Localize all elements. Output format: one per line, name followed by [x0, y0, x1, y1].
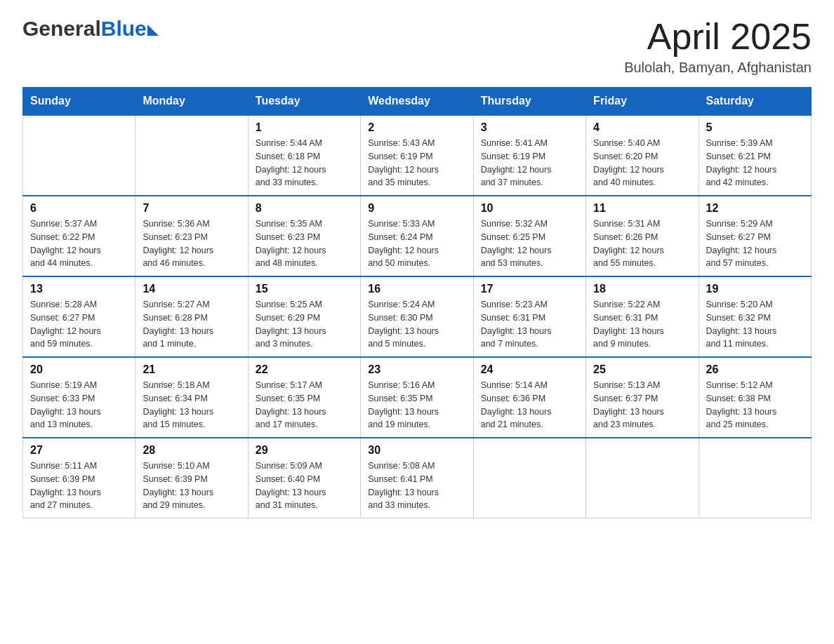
day-number: 22 — [256, 363, 353, 376]
day-number: 23 — [368, 363, 465, 376]
calendar-cell — [23, 115, 135, 196]
calendar-cell: 1Sunrise: 5:44 AMSunset: 6:18 PMDaylight… — [248, 115, 360, 196]
calendar-week-4: 20Sunrise: 5:19 AMSunset: 6:33 PMDayligh… — [23, 357, 812, 438]
day-info: Sunrise: 5:22 AMSunset: 6:31 PMDaylight:… — [593, 298, 691, 351]
day-number: 16 — [368, 283, 465, 295]
calendar-week-3: 13Sunrise: 5:28 AMSunset: 6:27 PMDayligh… — [23, 276, 812, 357]
calendar-cell: 18Sunrise: 5:22 AMSunset: 6:31 PMDayligh… — [586, 276, 699, 357]
day-info: Sunrise: 5:37 AMSunset: 6:22 PMDaylight:… — [30, 217, 128, 270]
day-info: Sunrise: 5:24 AMSunset: 6:30 PMDaylight:… — [368, 298, 465, 351]
calendar-cell: 7Sunrise: 5:36 AMSunset: 6:23 PMDaylight… — [135, 196, 248, 276]
header-row: Sunday Monday Tuesday Wednesday Thursday… — [23, 88, 812, 116]
calendar-subtitle: Bulolah, Bamyan, Afghanistan — [624, 60, 812, 76]
day-info: Sunrise: 5:27 AMSunset: 6:28 PMDaylight:… — [143, 298, 240, 351]
day-info: Sunrise: 5:40 AMSunset: 6:20 PMDaylight:… — [593, 137, 691, 189]
calendar-cell: 29Sunrise: 5:09 AMSunset: 6:40 PMDayligh… — [248, 438, 360, 518]
calendar-week-1: 1Sunrise: 5:44 AMSunset: 6:18 PMDaylight… — [23, 115, 812, 196]
col-sunday: Sunday — [23, 88, 135, 116]
day-number: 3 — [481, 121, 578, 134]
day-number: 13 — [30, 283, 128, 295]
day-info: Sunrise: 5:14 AMSunset: 6:36 PMDaylight:… — [481, 379, 578, 431]
calendar-cell: 25Sunrise: 5:13 AMSunset: 6:37 PMDayligh… — [586, 357, 699, 438]
day-number: 8 — [256, 202, 353, 215]
day-info: Sunrise: 5:43 AMSunset: 6:19 PMDaylight:… — [368, 137, 465, 189]
day-info: Sunrise: 5:11 AMSunset: 6:39 PMDaylight:… — [30, 459, 128, 512]
calendar-cell: 27Sunrise: 5:11 AMSunset: 6:39 PMDayligh… — [23, 438, 135, 518]
day-info: Sunrise: 5:09 AMSunset: 6:40 PMDaylight:… — [256, 459, 353, 512]
day-info: Sunrise: 5:25 AMSunset: 6:29 PMDaylight:… — [256, 298, 353, 351]
day-info: Sunrise: 5:28 AMSunset: 6:27 PMDaylight:… — [30, 298, 128, 351]
calendar-cell: 14Sunrise: 5:27 AMSunset: 6:28 PMDayligh… — [135, 276, 248, 357]
calendar-cell: 30Sunrise: 5:08 AMSunset: 6:41 PMDayligh… — [361, 438, 473, 518]
calendar-cell: 5Sunrise: 5:39 AMSunset: 6:21 PMDaylight… — [699, 115, 811, 196]
calendar-cell: 6Sunrise: 5:37 AMSunset: 6:22 PMDaylight… — [23, 196, 135, 276]
logo-blue-text: Blue — [101, 17, 147, 41]
day-number: 24 — [481, 363, 578, 376]
day-info: Sunrise: 5:39 AMSunset: 6:21 PMDaylight:… — [706, 137, 804, 189]
day-info: Sunrise: 5:29 AMSunset: 6:27 PMDaylight:… — [706, 217, 804, 270]
day-number: 21 — [143, 363, 240, 376]
calendar-cell: 24Sunrise: 5:14 AMSunset: 6:36 PMDayligh… — [473, 357, 585, 438]
day-number: 4 — [593, 121, 691, 134]
day-info: Sunrise: 5:19 AMSunset: 6:33 PMDaylight:… — [30, 379, 128, 431]
logo-general-text: General — [22, 17, 101, 41]
day-info: Sunrise: 5:32 AMSunset: 6:25 PMDaylight:… — [481, 217, 578, 270]
day-number: 20 — [30, 363, 128, 376]
day-number: 2 — [368, 121, 465, 134]
calendar-cell: 16Sunrise: 5:24 AMSunset: 6:30 PMDayligh… — [361, 276, 473, 357]
calendar-cell — [473, 438, 585, 518]
calendar-cell: 9Sunrise: 5:33 AMSunset: 6:24 PMDaylight… — [361, 196, 473, 276]
day-number: 18 — [593, 283, 691, 295]
day-info: Sunrise: 5:41 AMSunset: 6:19 PMDaylight:… — [481, 137, 578, 189]
calendar-cell: 10Sunrise: 5:32 AMSunset: 6:25 PMDayligh… — [473, 196, 585, 276]
calendar-cell: 8Sunrise: 5:35 AMSunset: 6:23 PMDaylight… — [248, 196, 360, 276]
day-info: Sunrise: 5:12 AMSunset: 6:38 PMDaylight:… — [706, 379, 804, 431]
day-info: Sunrise: 5:16 AMSunset: 6:35 PMDaylight:… — [368, 379, 465, 431]
day-info: Sunrise: 5:36 AMSunset: 6:23 PMDaylight:… — [143, 217, 240, 270]
day-info: Sunrise: 5:08 AMSunset: 6:41 PMDaylight:… — [368, 459, 465, 512]
day-info: Sunrise: 5:10 AMSunset: 6:39 PMDaylight:… — [143, 459, 240, 512]
page-header: General Blue April 2025 Bulolah, Bamyan,… — [22, 17, 812, 76]
day-info: Sunrise: 5:23 AMSunset: 6:31 PMDaylight:… — [481, 298, 578, 351]
day-number: 6 — [30, 202, 128, 215]
day-info: Sunrise: 5:35 AMSunset: 6:23 PMDaylight:… — [256, 217, 353, 270]
calendar-table: Sunday Monday Tuesday Wednesday Thursday… — [22, 87, 812, 518]
day-number: 11 — [593, 202, 691, 215]
calendar-cell: 21Sunrise: 5:18 AMSunset: 6:34 PMDayligh… — [135, 357, 248, 438]
day-number: 12 — [706, 202, 804, 215]
calendar-cell: 12Sunrise: 5:29 AMSunset: 6:27 PMDayligh… — [699, 196, 811, 276]
day-number: 27 — [30, 444, 128, 457]
day-number: 17 — [481, 283, 578, 295]
day-number: 5 — [706, 121, 804, 134]
title-block: April 2025 Bulolah, Bamyan, Afghanistan — [624, 17, 812, 76]
col-tuesday: Tuesday — [248, 88, 360, 116]
day-number: 28 — [143, 444, 240, 457]
calendar-cell: 4Sunrise: 5:40 AMSunset: 6:20 PMDaylight… — [586, 115, 699, 196]
day-number: 14 — [143, 283, 240, 295]
calendar-cell: 20Sunrise: 5:19 AMSunset: 6:33 PMDayligh… — [23, 357, 135, 438]
day-number: 26 — [706, 363, 804, 376]
calendar-title: April 2025 — [624, 17, 812, 57]
logo: General Blue — [22, 17, 159, 41]
day-number: 29 — [256, 444, 353, 457]
day-number: 7 — [143, 202, 240, 215]
day-info: Sunrise: 5:44 AMSunset: 6:18 PMDaylight:… — [256, 137, 353, 189]
calendar-cell: 17Sunrise: 5:23 AMSunset: 6:31 PMDayligh… — [473, 276, 585, 357]
col-saturday: Saturday — [699, 88, 811, 116]
day-info: Sunrise: 5:17 AMSunset: 6:35 PMDaylight:… — [256, 379, 353, 431]
calendar-week-2: 6Sunrise: 5:37 AMSunset: 6:22 PMDaylight… — [23, 196, 812, 276]
calendar-body: 1Sunrise: 5:44 AMSunset: 6:18 PMDaylight… — [23, 115, 812, 518]
day-number: 19 — [706, 283, 804, 295]
logo-arrow-icon — [147, 25, 159, 36]
day-info: Sunrise: 5:31 AMSunset: 6:26 PMDaylight:… — [593, 217, 691, 270]
col-wednesday: Wednesday — [361, 88, 473, 116]
calendar-cell: 15Sunrise: 5:25 AMSunset: 6:29 PMDayligh… — [248, 276, 360, 357]
calendar-cell: 23Sunrise: 5:16 AMSunset: 6:35 PMDayligh… — [361, 357, 473, 438]
calendar-cell: 2Sunrise: 5:43 AMSunset: 6:19 PMDaylight… — [361, 115, 473, 196]
day-number: 9 — [368, 202, 465, 215]
calendar-header: Sunday Monday Tuesday Wednesday Thursday… — [23, 88, 812, 116]
calendar-cell: 26Sunrise: 5:12 AMSunset: 6:38 PMDayligh… — [699, 357, 811, 438]
day-number: 1 — [256, 121, 353, 134]
day-info: Sunrise: 5:20 AMSunset: 6:32 PMDaylight:… — [706, 298, 804, 351]
day-info: Sunrise: 5:33 AMSunset: 6:24 PMDaylight:… — [368, 217, 465, 270]
